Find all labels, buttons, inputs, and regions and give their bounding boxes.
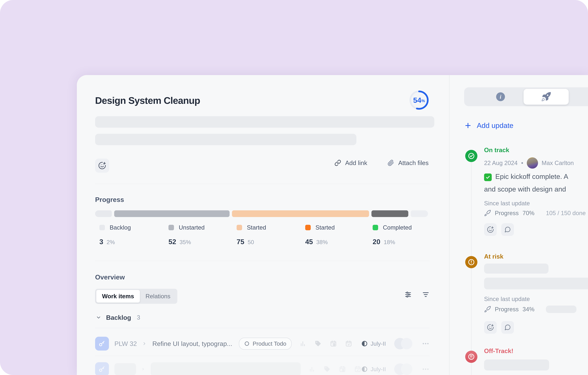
comment-outline-icon <box>504 226 511 233</box>
ellipsis-icon[interactable] <box>422 365 430 373</box>
alert-circle-icon <box>468 259 475 266</box>
row-quick-actions <box>309 366 361 373</box>
paperclip-icon <box>388 159 394 166</box>
add-reaction-button[interactable] <box>95 158 109 173</box>
chevron-right-icon <box>141 367 145 371</box>
bar-chart-icon[interactable] <box>309 366 315 373</box>
cycle-dropdown[interactable]: July-II <box>361 366 386 373</box>
update-text-skeleton <box>484 278 588 289</box>
sliders-icon[interactable] <box>404 291 412 298</box>
divider <box>95 261 430 261</box>
dot-separator: • <box>521 159 523 167</box>
assignee-avatars[interactable] <box>394 338 412 349</box>
completion-percent: 54% <box>409 90 430 111</box>
comment-button[interactable] <box>501 321 514 334</box>
tab-work-items[interactable]: Work items <box>96 290 140 302</box>
link-icon <box>335 159 341 166</box>
update-date: 22 Aug 2024 <box>484 159 518 167</box>
done-count: 105 / 150 done <box>546 210 586 217</box>
status-at-risk-icon <box>465 256 477 268</box>
description-skeleton-line-1 <box>95 116 434 128</box>
rocket-icon <box>484 306 491 313</box>
tab-updates-active[interactable] <box>524 89 569 105</box>
update-reactions <box>484 321 514 334</box>
work-item-title[interactable]: Refine UI layout, typograp... <box>152 340 232 347</box>
epic-badge <box>95 362 109 375</box>
progress-bar-segment <box>371 210 408 217</box>
progress-bar-segment <box>232 210 369 217</box>
plus-icon <box>464 122 472 129</box>
assignee-avatars[interactable] <box>394 364 412 375</box>
work-item-row-skeleton[interactable]: July-II <box>95 359 430 375</box>
legend-item-started: Started 7550 <box>237 224 266 246</box>
emoji-add-icon <box>487 226 494 233</box>
emoji-add-icon <box>487 324 494 331</box>
tab-info[interactable]: i <box>487 87 514 106</box>
progress-label: Progress <box>495 210 519 217</box>
update-status: Off-Track! <box>484 347 514 354</box>
legend-item-completed: Completed 2018% <box>373 224 412 246</box>
work-item-row[interactable]: PLW 32 Refine UI layout, typograp... Pro… <box>95 333 430 354</box>
chevron-down-icon <box>96 315 101 320</box>
overview-heading: Overview <box>95 273 125 281</box>
add-update-button[interactable]: Add update <box>464 121 514 130</box>
calendar-clock-icon[interactable] <box>339 366 346 373</box>
done-count-skeleton <box>546 306 577 313</box>
update-meta: 22 Aug 2024 • Max Carlton <box>484 157 574 169</box>
update-text-line-2: and scope with design and <box>484 185 566 193</box>
avatar <box>401 338 412 349</box>
state-dropdown[interactable]: Product Todo <box>239 338 292 350</box>
chevron-right-icon <box>142 341 147 346</box>
tag-icon[interactable] <box>324 366 331 373</box>
comment-button[interactable] <box>501 223 514 236</box>
tag-icon[interactable] <box>315 340 321 347</box>
filter-icon[interactable] <box>422 291 430 298</box>
cycle-dropdown[interactable]: July-II <box>361 340 386 347</box>
key-icon <box>98 340 105 347</box>
legend-swatch <box>99 225 105 230</box>
legend-item-backlog: Backlog 32% <box>99 224 131 246</box>
progress-heading: Progress <box>95 196 124 203</box>
tab-relations[interactable]: Relations <box>140 290 176 302</box>
progress-bar-segment <box>114 210 230 217</box>
check-emoji-icon <box>484 174 492 181</box>
update-status: At risk <box>484 253 504 260</box>
status-on-track-icon <box>465 150 477 162</box>
description-skeleton-line-2 <box>95 134 357 145</box>
legend-swatch <box>168 225 174 230</box>
divider <box>95 184 430 184</box>
progress-value: 70% <box>523 210 535 217</box>
add-reaction-button[interactable] <box>484 223 497 236</box>
author-avatar[interactable] <box>527 157 538 169</box>
add-link-button[interactable]: Add link <box>335 159 367 167</box>
double-alert-icon <box>468 353 475 360</box>
overview-tab-switcher: Work items Relations <box>95 289 177 304</box>
update-text-line-1: Epic kickoff complete. A <box>484 172 568 180</box>
ellipsis-icon[interactable] <box>422 340 430 348</box>
calendar-check-icon[interactable] <box>354 366 361 373</box>
avatar <box>401 364 412 375</box>
updates-panel: i <box>449 75 588 375</box>
divider <box>95 328 430 328</box>
legend-swatch <box>373 225 378 230</box>
since-last-update-label: Since last update <box>484 296 530 302</box>
progress-bar-segment <box>95 210 112 217</box>
info-icon: i <box>496 92 505 101</box>
update-text-skeleton <box>484 264 548 274</box>
rocket-icon <box>484 210 491 217</box>
bar-chart-icon[interactable] <box>299 340 306 347</box>
tab-comments[interactable] <box>586 87 588 106</box>
legend-swatch <box>305 225 311 230</box>
calendar-clock-icon[interactable] <box>330 340 337 347</box>
emoji-add-icon <box>98 162 106 169</box>
work-item-id-skeleton <box>115 363 136 375</box>
update-progress-row: Progress 34% <box>484 306 577 313</box>
rocket-icon <box>541 92 551 102</box>
screenshot-root: Design System Cleanup 54% <box>0 0 588 375</box>
group-header-backlog[interactable]: Backlog 3 <box>96 314 140 321</box>
attach-files-button[interactable]: Attach files <box>388 159 429 167</box>
progress-value: 34% <box>523 306 535 313</box>
calendar-check-icon[interactable] <box>345 340 352 347</box>
update-status: On track <box>484 146 509 154</box>
add-reaction-button[interactable] <box>484 321 497 334</box>
